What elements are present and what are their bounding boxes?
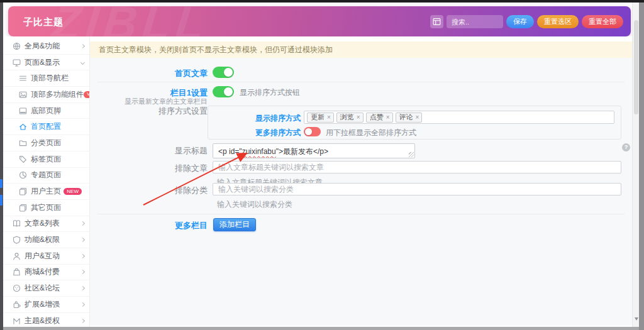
display-title-label: 显示标题 <box>90 145 208 157</box>
sort-tag-chip: 浏览× <box>336 113 364 123</box>
column1-sublabel: 显示最新文章的主文章栏目 <box>90 97 208 106</box>
sidebar-item-posts-lists[interactable]: 文章&列表 <box>3 216 89 233</box>
app-window: ZIBLL 子比主题 保存 重置选区 重置全部 全局&功能 页面&显示 <box>0 0 644 330</box>
new-badge: NEW <box>64 188 82 195</box>
sidebar-item-label: 扩展&增强 <box>25 299 60 310</box>
add-column-button[interactable]: 添加栏目 <box>213 218 256 231</box>
sidebar-item-label: 分类页面 <box>31 138 61 148</box>
home-article-label: 首页文章 <box>90 68 208 79</box>
sidebar-item-other-pages[interactable]: 其它页面 <box>3 200 89 216</box>
tag-remove-icon[interactable]: × <box>416 114 419 121</box>
sidebar-item-label: 用户&互动 <box>25 251 60 261</box>
window-frame-right <box>639 3 644 330</box>
image-icon <box>19 91 27 99</box>
sort-tag-label: 评论 <box>399 113 413 122</box>
exclude-categories-helper: 输入关键词以搜索分类 <box>217 199 292 210</box>
scrollbar[interactable] <box>632 3 639 327</box>
section-divider <box>97 82 625 82</box>
resize-handle[interactable] <box>409 152 414 157</box>
scrollbar-down-arrow-icon[interactable] <box>635 317 638 321</box>
version-badge: V7.1 <box>84 91 90 98</box>
sort-settings-group: 显示排序方式 更新× 浏览× 点赞× 评论× 更多排序方式 用下拉框显示全部排序… <box>208 106 621 140</box>
page-title: 子比主题 <box>23 16 64 28</box>
pie-icon <box>19 171 27 179</box>
chevron-right-icon <box>80 221 85 226</box>
tag-remove-icon[interactable]: × <box>357 114 360 121</box>
sidebar-item-label: 用户主页 <box>31 186 61 197</box>
chevron-right-icon <box>80 238 85 242</box>
chevron-right-icon <box>80 254 85 258</box>
home-article-toggle[interactable] <box>213 67 234 78</box>
sidebar-item-pages-display[interactable]: 页面&显示 <box>3 55 89 71</box>
window-frame-bottom <box>3 327 639 330</box>
display-title-textarea[interactable]: <p id="zuixinfabu">最新发布</p> <box>213 143 415 158</box>
scrollbar-thumb[interactable] <box>634 20 638 114</box>
pages-icon <box>19 187 27 195</box>
sidebar-item-category-page[interactable]: 分类页面 <box>3 135 89 151</box>
exclude-posts-label: 排除文章 <box>90 163 208 174</box>
sidebar-item-label: 主题&授权 <box>25 316 60 326</box>
sidebar-item-header-widgets[interactable]: 顶部多功能组件 V7.1 <box>3 87 89 103</box>
sidebar-item-theme-license[interactable]: 主题&授权 <box>3 313 89 327</box>
tag-icon <box>19 155 27 163</box>
sidebar-item-features-permissions[interactable]: 功能&权限 <box>3 232 89 248</box>
chevron-right-icon <box>80 44 85 48</box>
sidebar-item-label: 社区&论坛 <box>25 283 60 294</box>
sidebar-item-users-interaction[interactable]: 用户&互动 <box>3 248 89 265</box>
chevron-right-icon <box>80 318 85 322</box>
layout-icon <box>433 18 441 26</box>
tag-remove-icon[interactable]: × <box>386 114 390 121</box>
user-icon <box>13 252 21 260</box>
sidebar-item-label: 功能&权限 <box>25 234 60 245</box>
header-bar: ZIBLL 子比主题 保存 重置选区 重置全部 <box>8 6 631 36</box>
help-icon[interactable]: ? <box>622 143 630 151</box>
sort-tag-chip: 更新× <box>307 113 334 123</box>
reset-section-button[interactable]: 重置选区 <box>537 15 579 28</box>
footer-icon <box>19 107 27 115</box>
title-value-marked: zuixinfabu <box>242 147 276 156</box>
tag-remove-icon[interactable]: × <box>327 114 331 121</box>
sidebar-item-label: 商城&付费 <box>25 267 60 277</box>
layout-toggle-button[interactable] <box>430 15 443 28</box>
search-input[interactable] <box>447 15 503 28</box>
sidebar-item-community-forum[interactable]: 社区&论坛 <box>3 280 89 297</box>
sidebar-item-extensions[interactable]: 扩展&增强 <box>3 297 89 313</box>
sidebar-item-shop-payment[interactable]: 商城&付费 <box>3 265 89 281</box>
reset-all-button[interactable]: 重置全部 <box>582 15 623 28</box>
globe-icon <box>13 42 21 50</box>
sidebar-item-user-profile[interactable]: 用户主页 NEW <box>3 184 89 200</box>
sort-tags-input[interactable]: 更新× 浏览× 点赞× 评论× <box>304 111 614 124</box>
theme-icon <box>13 317 21 325</box>
sidebar-item-label: 顶部多功能组件 <box>31 89 84 100</box>
display-sort-label: 显示排序方式 <box>208 113 301 124</box>
brand-watermark: ZIBLL <box>50 6 213 36</box>
notice-bar: 首页主文章模块，关闭则首页不显示主文章模块，但仍可通过模块添加 <box>90 41 632 58</box>
sidebar-item-footer[interactable]: 底部页脚 <box>3 103 89 119</box>
sidebar-item-global[interactable]: 全局&功能 <box>3 38 89 55</box>
pages-icon <box>19 204 27 212</box>
menu-icon <box>19 74 27 82</box>
sidebar-item-label: 文章&列表 <box>25 218 60 229</box>
sidebar-nav: 全局&功能 页面&显示 顶部导航栏 顶部多功能组件 V7.1 底部页脚 <box>3 36 90 327</box>
chevron-right-icon <box>80 286 85 290</box>
more-sort-toggle-text: 用下拉框显示全部排序方式 <box>326 128 416 138</box>
sidebar-item-tag-page[interactable]: 标签页面 <box>3 151 89 168</box>
sidebar-item-label: 专题页面 <box>31 170 61 180</box>
sidebar-item-home-config[interactable]: 首页配置 <box>3 119 89 135</box>
more-columns-label: 更多栏目 <box>90 220 208 231</box>
exclude-posts-input[interactable] <box>213 161 621 173</box>
sidebar-item-top-nav[interactable]: 顶部导航栏 <box>3 70 89 87</box>
sort-button-toggle[interactable] <box>213 86 234 97</box>
sidebar-item-topic-page[interactable]: 专题页面 <box>3 168 89 184</box>
sidebar-item-label: 标签页面 <box>31 154 61 165</box>
sort-tag-label: 点赞 <box>370 113 384 122</box>
folder-icon <box>19 139 27 147</box>
sort-settings-label: 排序方式设置 <box>90 106 208 117</box>
save-button[interactable]: 保存 <box>506 15 534 28</box>
sidebar-item-label: 其它页面 <box>31 202 61 213</box>
exclude-categories-input[interactable] <box>213 183 621 195</box>
title-value-pre: <p id=" <box>218 147 242 156</box>
more-sort-toggle[interactable] <box>304 127 321 136</box>
chevron-right-icon <box>80 302 85 307</box>
sort-tag-chip: 点赞× <box>366 113 393 123</box>
